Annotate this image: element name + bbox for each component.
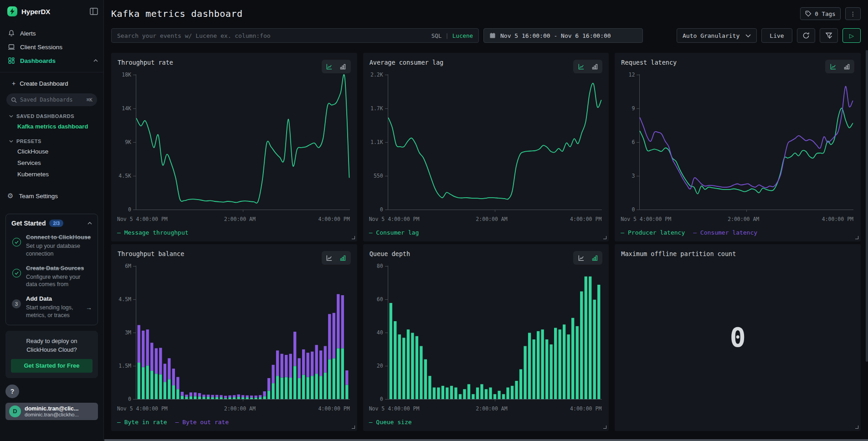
resize-handle[interactable] [352, 236, 355, 239]
saved-dashboards-search-input[interactable]: Saved Dashboards ⌘K [6, 93, 97, 106]
date-range-picker[interactable]: Nov 5 16:00:00 - Nov 6 16:00:00 [483, 28, 643, 43]
sidebar: HyperDX Alerts Client Sessions Dashboard… [0, 0, 104, 441]
chart-throughput-rate: Throughput rate 04.5K9K14K18K Nov 5 4:00… [111, 53, 357, 241]
sidebar-item-kubernetes[interactable]: Kubernetes [5, 169, 98, 180]
user-account-button[interactable]: D dominic.tran@clic... dominic.tran@clic… [5, 403, 98, 420]
filter-slash-icon [825, 32, 832, 39]
chart-legend: — Byte in rate— Byte out rate [117, 419, 229, 426]
chart-request-latency: Request latency 036912 Nov 5 4:00:00 PM2… [615, 53, 861, 241]
legend-item[interactable]: — Consumer lag [369, 229, 419, 236]
chart-legend: — Message throughput [117, 229, 189, 236]
progress-badge: 2/3 [49, 220, 63, 227]
bar-chart-icon[interactable] [336, 61, 350, 72]
resize-handle[interactable] [603, 426, 606, 429]
resize-handle[interactable] [855, 426, 858, 429]
chart-type-toggle [322, 60, 351, 73]
legend-item[interactable]: — Message throughput [117, 229, 189, 236]
page-title: Kafka metrics dashboard [111, 8, 242, 19]
create-dashboard-button[interactable]: + Create Dashboard [5, 77, 98, 90]
laptop-icon [7, 43, 15, 51]
legend-item[interactable]: — Byte out rate [175, 419, 229, 426]
chart-average-consumer-lag: Average consumer lag 05501.1K1.7K2.2K No… [363, 53, 609, 241]
calendar-icon [489, 32, 496, 39]
sidebar-item-services[interactable]: Services [5, 157, 98, 169]
resize-handle[interactable] [352, 426, 355, 429]
plot-area[interactable]: 036912 [621, 74, 853, 212]
saved-dashboards-section-header[interactable]: SAVED DASHBOARDS [9, 113, 98, 119]
chart-type-toggle [573, 251, 602, 265]
step-desc: Configure where your data comes from [26, 273, 92, 289]
sidebar-item-client-sessions[interactable]: Client Sessions [5, 40, 98, 54]
line-chart-icon[interactable] [323, 252, 336, 263]
sidebar-item-label: Dashboards [20, 57, 56, 64]
line-chart-icon[interactable] [574, 252, 588, 263]
bar-chart-icon[interactable] [588, 61, 601, 72]
event-search-placeholder: Search your events w/ Lucene ex. column:… [117, 32, 428, 39]
get-started-step-sources[interactable]: Create Data Sources Configure where your… [11, 265, 92, 289]
sidebar-item-alerts[interactable]: Alerts [5, 26, 98, 40]
get-started-step-add-data[interactable]: 3 Add Data Start sending logs, metrics, … [11, 295, 92, 319]
legend-item[interactable]: — Consumer latency [693, 229, 757, 236]
chevron-up-icon[interactable] [87, 222, 92, 225]
sidebar-item-clickhouse[interactable]: ClickHouse [5, 146, 98, 157]
sidebar-nav: Alerts Client Sessions Dashboards [5, 26, 98, 67]
line-chart-icon[interactable] [323, 61, 336, 72]
live-button[interactable]: Live [761, 28, 792, 43]
kebab-menu-button[interactable]: ⋮ [845, 7, 861, 20]
presets-section-header[interactable]: PRESETS [9, 138, 98, 144]
event-search-input[interactable]: Search your events w/ Lucene ex. column:… [111, 28, 479, 43]
chart-title: Request latency [621, 59, 677, 66]
line-chart-icon[interactable] [826, 61, 840, 72]
search-icon [11, 97, 17, 103]
chevron-down-icon [9, 115, 13, 118]
help-button[interactable]: ? [5, 385, 19, 398]
bar-chart-icon[interactable] [840, 61, 853, 72]
promo-text-line2: ClickHouse Cloud? [11, 345, 92, 354]
plot-area[interactable]: 04.5K9K14K18K [118, 74, 350, 212]
chevron-up-icon [93, 59, 98, 62]
refresh-button[interactable] [797, 28, 815, 43]
sidebar-item-team-settings[interactable]: ⚙ Team Settings [5, 192, 98, 200]
chart-type-toggle [322, 251, 351, 265]
search-placeholder: Saved Dashboards [20, 97, 83, 103]
legend-item[interactable]: — Producer latency [621, 229, 685, 236]
tags-button[interactable]: 0 Tags [800, 7, 840, 20]
chart-queue-depth: Queue depth 020406080 Nov 5 4:00:00 PM2:… [363, 244, 609, 431]
tag-icon [805, 10, 812, 17]
filter-off-button[interactable] [820, 28, 838, 43]
run-query-button[interactable]: ▷ [842, 28, 861, 43]
legend-item[interactable]: — Byte in rate [117, 419, 167, 426]
vertical-scrollbar[interactable] [866, 50, 868, 362]
plot-area[interactable]: 020406080 [370, 266, 602, 401]
step-title: Add Data [26, 295, 81, 303]
check-circle-icon [12, 238, 21, 246]
sidebar-item-kafka-dashboard[interactable]: Kafka metrics dashboard [5, 121, 98, 132]
chart-legend: — Consumer lag [369, 229, 419, 236]
plot-area[interactable]: 05501.1K1.7K2.2K [370, 74, 602, 212]
get-started-free-button[interactable]: Get Started for Free [11, 359, 92, 373]
promo-text-line1: Ready to deploy on [11, 337, 92, 346]
bar-chart-icon[interactable] [588, 252, 601, 263]
chart-type-toggle [573, 60, 602, 73]
x-axis-labels: Nov 5 4:00:00 PM2:00:00 AM4:00:00 PM [117, 405, 350, 412]
line-chart-icon[interactable] [574, 61, 588, 72]
sidebar-collapse-icon[interactable] [90, 8, 98, 15]
bar-chart-icon[interactable] [336, 252, 350, 263]
main-content: Kafka metrics dashboard 0 Tags ⋮ Search … [104, 0, 868, 441]
granularity-select[interactable]: Auto Granularity [677, 28, 757, 43]
plot-area[interactable]: 01.5M3M4.5M6M [118, 266, 350, 401]
chart-type-toggle [825, 60, 854, 73]
lucene-mode-toggle[interactable]: Lucene [452, 32, 473, 39]
sidebar-item-dashboards[interactable]: Dashboards [5, 54, 98, 67]
legend-item[interactable]: — Queue size [369, 419, 412, 426]
clickhouse-cloud-promo: Ready to deploy on ClickHouse Cloud? Get… [5, 331, 98, 378]
get-started-step-connect[interactable]: Connect to ClickHouse Set up your databa… [11, 234, 92, 258]
resize-handle[interactable] [855, 236, 858, 239]
chart-title: Throughput rate [118, 59, 173, 66]
dashboards-grid-icon [7, 57, 15, 65]
sql-mode-toggle[interactable]: SQL [431, 32, 442, 39]
get-started-title: Get Started [11, 220, 46, 227]
get-started-panel: Get Started 2/3 Connect to ClickHouse Se… [5, 214, 98, 325]
resize-handle[interactable] [603, 236, 606, 239]
horizontal-scrollbar[interactable] [104, 439, 868, 441]
